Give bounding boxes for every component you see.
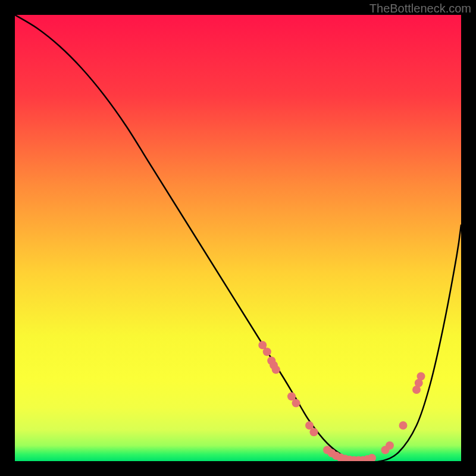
data-dot <box>263 347 271 356</box>
data-dot <box>368 454 376 461</box>
bottleneck-curve-path <box>15 15 461 461</box>
data-dot <box>417 372 425 381</box>
data-dot <box>386 441 394 450</box>
chart-curve-layer <box>15 15 461 461</box>
data-dot <box>292 399 300 408</box>
chart-plot-area <box>15 15 461 461</box>
data-dot <box>399 421 408 430</box>
data-dot <box>272 365 280 374</box>
data-dots-group <box>258 341 425 461</box>
watermark-text: TheBottleneck.com <box>369 2 471 15</box>
data-dot <box>310 428 318 436</box>
